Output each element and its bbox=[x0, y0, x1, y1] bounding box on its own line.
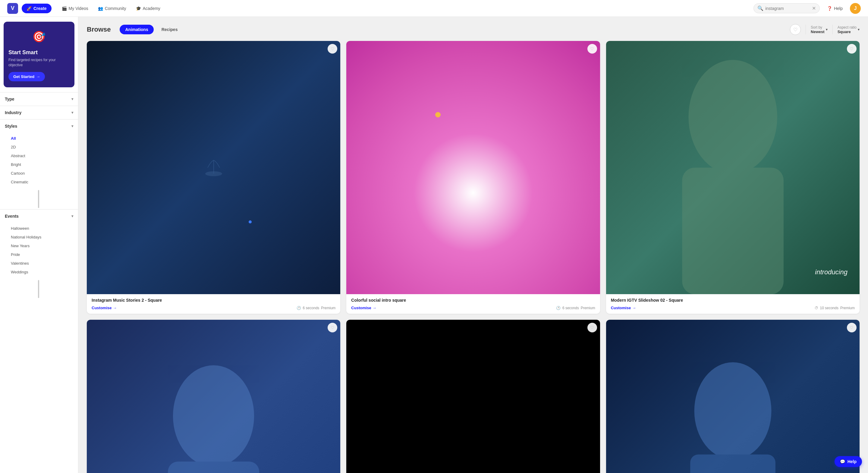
templates-grid: ♡ Instagram Music Stories 2 - Square Cus… bbox=[87, 41, 860, 473]
tab-recipes[interactable]: Recipes bbox=[156, 25, 183, 34]
thumb-inner-6: FASHION bbox=[606, 320, 860, 473]
duration-2: 6 seconds bbox=[562, 306, 579, 310]
svg-point-2 bbox=[688, 60, 777, 174]
event-pride[interactable]: Pride bbox=[2, 250, 76, 259]
video-icon: 🎬 bbox=[62, 6, 67, 11]
sort-by-value: Newest bbox=[811, 30, 825, 34]
event-national-holidays[interactable]: National Holidays bbox=[2, 233, 76, 241]
search-box: 🔍 ✕ bbox=[753, 3, 820, 13]
duration-1: 6 seconds bbox=[303, 306, 319, 310]
create-label: Create bbox=[33, 6, 47, 11]
event-valentines[interactable]: Valentines bbox=[2, 259, 76, 268]
customise-label-2: Customise bbox=[351, 306, 371, 310]
help-button[interactable]: ❓ Help bbox=[824, 4, 846, 13]
arrow-icon-2: → bbox=[373, 306, 376, 310]
tier-2: Premium bbox=[581, 306, 595, 310]
event-new-years[interactable]: New Years bbox=[2, 241, 76, 250]
nav-community[interactable]: 👥 Community bbox=[94, 4, 130, 13]
event-weddings[interactable]: Weddings bbox=[2, 268, 76, 276]
rocket-icon: 🚀 bbox=[27, 6, 32, 11]
events-scrollbar bbox=[38, 280, 39, 298]
customise-link-3[interactable]: Customise → bbox=[611, 306, 636, 310]
nav-community-label: Community bbox=[105, 6, 126, 11]
nav-academy[interactable]: 🎓 Academy bbox=[132, 4, 164, 13]
nav-my-videos[interactable]: 🎬 My Videos bbox=[58, 4, 93, 13]
chat-icon: 💬 bbox=[840, 459, 845, 464]
filter-industry-section: Industry ▾ bbox=[0, 106, 78, 119]
card-thumb-6: FASHION ♡ bbox=[606, 320, 860, 473]
get-started-button[interactable]: Get Started → bbox=[8, 72, 45, 81]
create-button[interactable]: 🚀 Create bbox=[22, 4, 52, 13]
style-bright[interactable]: Bright bbox=[2, 160, 76, 169]
clear-search-icon[interactable]: ✕ bbox=[812, 5, 816, 11]
style-cartoon[interactable]: Cartoon bbox=[2, 169, 76, 178]
browse-header: Browse Animations Recipes ♡ Sort by Newe… bbox=[87, 24, 860, 35]
user-avatar[interactable]: J bbox=[850, 3, 861, 14]
card-heart-5[interactable]: ♡ bbox=[587, 323, 597, 332]
filter-styles-section: Styles ▾ All 2D Abstract Bright Cartoon … bbox=[0, 119, 78, 209]
style-cinematic[interactable]: Cinematic bbox=[2, 178, 76, 187]
nav-right: 🔍 ✕ ❓ Help J bbox=[753, 3, 861, 14]
thumb-inner-3: introducing bbox=[606, 41, 860, 294]
card-meta-1: 🕐 6 seconds Premium bbox=[297, 306, 336, 310]
sort-chevron-icon: ▾ bbox=[826, 27, 828, 32]
sort-by-title: Sort by bbox=[811, 25, 822, 30]
tier-3: Premium bbox=[840, 306, 855, 310]
academy-icon: 🎓 bbox=[136, 6, 141, 11]
customise-link-1[interactable]: Customise → bbox=[92, 306, 117, 310]
duration-3: 10 seconds bbox=[820, 306, 838, 310]
get-started-label: Get Started bbox=[13, 74, 34, 79]
filter-events-header[interactable]: Events ▾ bbox=[0, 209, 78, 223]
card-heart-3[interactable]: ♡ bbox=[847, 44, 857, 54]
card-heart-2[interactable]: ♡ bbox=[587, 44, 597, 54]
browse-controls: ♡ Sort by Newest ▾ Aspect ratio Square ▾ bbox=[790, 24, 860, 35]
filter-styles-header[interactable]: Styles ▾ bbox=[0, 120, 78, 133]
chevron-up-icon: ▾ bbox=[71, 124, 73, 128]
style-abstract[interactable]: Abstract bbox=[2, 151, 76, 160]
card-info-1: Instagram Music Stories 2 - Square Custo… bbox=[87, 294, 340, 314]
tab-animations[interactable]: Animations bbox=[120, 25, 153, 34]
search-input[interactable] bbox=[765, 6, 810, 11]
styles-items: All 2D Abstract Bright Cartoon Cinematic bbox=[0, 133, 78, 189]
nav-my-videos-label: My Videos bbox=[69, 6, 88, 11]
card-thumb-3: introducing ♡ bbox=[606, 41, 860, 294]
card-thumb-2: ♡ bbox=[346, 41, 600, 294]
sidebar: 🎯 Start Smart Find targeted recipes for … bbox=[0, 17, 79, 473]
sidebar-promo: 🎯 Start Smart Find targeted recipes for … bbox=[4, 22, 74, 87]
arrow-right-icon: → bbox=[36, 74, 40, 79]
filter-industry-label: Industry bbox=[5, 110, 22, 115]
sort-control[interactable]: Sort by Newest ▾ bbox=[811, 25, 828, 34]
events-items: Halloween National Holidays New Years Pr… bbox=[0, 223, 78, 279]
filter-type-header[interactable]: Type ▾ bbox=[0, 93, 78, 106]
style-all[interactable]: All bbox=[2, 134, 76, 143]
customise-link-2[interactable]: Customise → bbox=[351, 306, 376, 310]
page-layout: 🎯 Start Smart Find targeted recipes for … bbox=[0, 17, 868, 473]
filter-events-label: Events bbox=[5, 214, 19, 218]
template-card-6: FASHION ♡ Fashion intro square Customise… bbox=[606, 320, 860, 473]
event-halloween[interactable]: Halloween bbox=[2, 224, 76, 233]
browse-tabs: Animations Recipes bbox=[120, 25, 183, 34]
aspect-ratio-title: Aspect ratio bbox=[838, 25, 857, 30]
clock-icon-1: 🕐 bbox=[297, 306, 301, 310]
aspect-label: Aspect ratio Square bbox=[838, 25, 857, 34]
pink-ball bbox=[435, 112, 441, 117]
style-2d[interactable]: 2D bbox=[2, 143, 76, 151]
promo-description: Find targeted recipes for your objective bbox=[8, 58, 70, 68]
help-icon: ❓ bbox=[827, 6, 832, 11]
template-card-1: ♡ Instagram Music Stories 2 - Square Cus… bbox=[87, 41, 340, 314]
favorites-button[interactable]: ♡ bbox=[790, 24, 801, 35]
filter-industry-header[interactable]: Industry ▾ bbox=[0, 106, 78, 119]
aspect-ratio-control[interactable]: Aspect ratio Square ▾ bbox=[838, 25, 860, 34]
chevron-down-icon: ▾ bbox=[71, 97, 73, 101]
card-info-2: Colorful social intro square Customise →… bbox=[346, 294, 600, 314]
help-bubble-label: Help bbox=[847, 459, 857, 464]
template-card-2: ♡ Colorful social intro square Customise… bbox=[346, 41, 600, 314]
browse-title: Browse bbox=[87, 26, 111, 33]
thumb-inner-2 bbox=[346, 41, 600, 294]
styles-scrollbar bbox=[38, 190, 39, 208]
aspect-ratio-value: Square bbox=[838, 30, 851, 34]
help-label: Help bbox=[834, 6, 843, 11]
help-bubble[interactable]: 💬 Help bbox=[835, 456, 862, 467]
card-meta-3: ⏱ 10 seconds Premium bbox=[815, 306, 855, 310]
arrow-icon-1: → bbox=[113, 306, 117, 310]
